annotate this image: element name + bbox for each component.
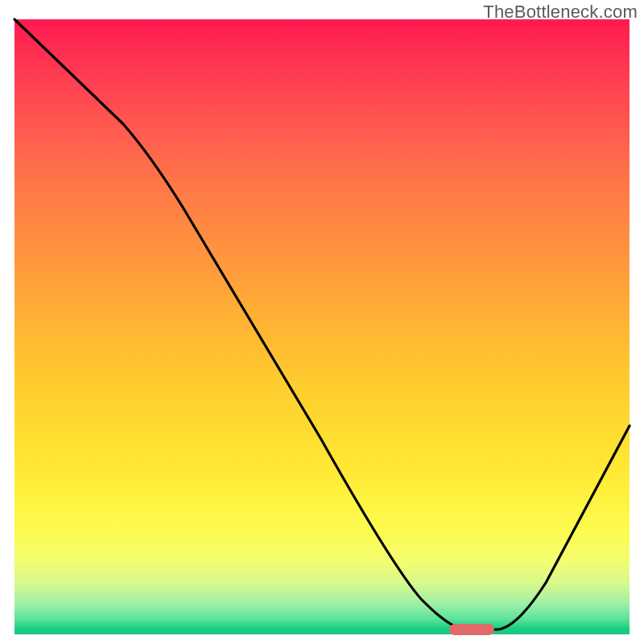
bottleneck-curve: [14, 19, 630, 630]
curve-svg: [14, 19, 630, 634]
watermark-label: TheBottleneck.com: [483, 2, 638, 23]
plot-area: [14, 19, 630, 634]
chart-frame: TheBottleneck.com: [0, 0, 644, 644]
optimal-range-marker: [449, 624, 494, 635]
